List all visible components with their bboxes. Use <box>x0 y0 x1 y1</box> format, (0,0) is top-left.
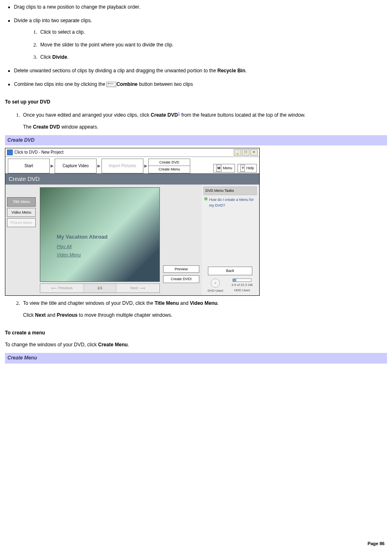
dvd-disc-icon <box>211 279 220 288</box>
setup-step-2-after-c: and <box>46 312 57 318</box>
close-button[interactable]: × <box>250 149 258 156</box>
tasks-heading: DVD Menu Tasks <box>203 187 257 195</box>
help-tag-icon: ? <box>240 165 245 171</box>
minimize-button[interactable]: _ <box>234 149 241 156</box>
setup-step-2a: To view the title and chapter windows of… <box>23 300 154 306</box>
pager-next[interactable]: Next⟶ <box>116 284 159 292</box>
setup-step-2-after-b: Next <box>35 312 46 318</box>
divide-step-3a: Click <box>40 54 52 60</box>
setup-step-1-after-c: window appears. <box>60 124 98 130</box>
setup-step-1-after-b: Create DVD <box>33 124 60 130</box>
setup-step-1c: from the feature buttons located at the … <box>180 112 306 118</box>
step-capture-video[interactable]: Capture Video <box>55 159 97 173</box>
create-menu-lead-c: . <box>128 342 129 348</box>
page-number: Page 86 <box>5 540 387 548</box>
divide-step-3c: . <box>67 54 68 60</box>
heading-setup-dvd: To set up your DVD <box>5 98 387 106</box>
dvd-used-label: DVD Used <box>208 288 223 294</box>
setup-step-2-after-d: Previous <box>57 312 78 318</box>
step-create-dvd[interactable]: Create DVD <box>148 159 190 166</box>
overlay-title: My Vacation Abroad <box>57 233 108 242</box>
bullet-divide: Divide a clip into two separate clips. C… <box>14 17 387 61</box>
tab-title-menu[interactable]: Title Menu <box>7 197 36 206</box>
step-start[interactable]: Start <box>8 159 50 173</box>
screenshot-create-dvd: Click to DVD - New Project _ □ × Start ▶… <box>5 148 260 296</box>
divide-step-2: Move the slider to the point where you w… <box>39 41 387 49</box>
app-icon <box>7 150 13 155</box>
setup-step-1b: Create DVD <box>151 112 178 118</box>
tab-video-menu[interactable]: Video Menu <box>7 208 36 217</box>
chevron-right-icon: ▶ <box>143 159 148 173</box>
pager-previous-label: Previous <box>58 285 73 291</box>
caption-create-dvd: Create DVD <box>5 135 387 145</box>
back-button[interactable]: Back <box>208 267 252 275</box>
tab-picture-menu: Picture Menu <box>7 218 36 227</box>
create-menu-lead-b: Create Menu <box>98 342 128 348</box>
combine-icon <box>106 82 116 87</box>
help-button[interactable]: ? Help <box>238 164 257 172</box>
hdd-bar-icon <box>233 279 251 282</box>
hdd-used-label: HDD Used <box>231 288 253 293</box>
caption-create-menu: Create Menu <box>5 353 387 363</box>
bullet-delete: Delete unwanted sections of clips by div… <box>14 67 387 75</box>
bullet-divide-lead: Divide a clip into two separate clips. <box>14 18 92 23</box>
bullet-combine-c: button between two clips <box>138 81 193 87</box>
setup-step-2e: . <box>217 300 219 306</box>
setup-step-1-after-a: The <box>23 124 33 130</box>
divide-step-1: Click to select a clip. <box>39 28 387 36</box>
overlay-play-all[interactable]: Play All <box>57 243 71 251</box>
chevron-right-icon: ▶ <box>97 159 101 173</box>
create-menu-lead: To change the windows of your DVD, click… <box>5 341 387 349</box>
pager-next-label: Next <box>131 285 138 291</box>
preview-button[interactable]: Preview <box>163 265 199 273</box>
bullet-combine-a: Combine two clips into one by clicking t… <box>14 81 106 87</box>
hdd-amount: 3.5 of 22.3 GB <box>231 283 253 288</box>
setup-step-2-after-e: to move through multiple chapter windows… <box>78 312 173 318</box>
bullet-combine: Combine two clips into one by clicking t… <box>14 81 387 88</box>
create-dvd-button[interactable]: Create DVD! <box>163 275 199 283</box>
pager-count: 1/1 <box>84 284 116 292</box>
heading-create-menu: To create a menu <box>5 329 387 337</box>
step-import-pictures: Import Pictures <box>101 159 143 173</box>
dvd-menu-preview: My Vacation Abroad Play All Video Menu <box>40 187 160 282</box>
bullet-drag: Drag clips to a new position to change t… <box>14 3 387 11</box>
step-create-menu[interactable]: Create Menu <box>148 166 190 173</box>
setup-step-2c: and <box>179 300 190 306</box>
setup-step-2: To view the title and chapter windows of… <box>21 299 387 319</box>
divide-step-3: Click Divide. <box>39 53 387 61</box>
overlay-video-menu[interactable]: Video Menu <box>57 251 81 259</box>
chevron-right-icon: ▶ <box>50 159 55 173</box>
bullet-delete-b: Recycle Bin <box>217 68 245 74</box>
menu-tag-icon: M <box>216 165 222 171</box>
task-link-how-create-menu[interactable]: How do I create a Menu for my DVD? <box>203 195 257 210</box>
bullet-combine-b: Combine <box>116 81 137 87</box>
setup-step-2-after-a: Click <box>23 312 35 318</box>
bullet-delete-c: . <box>245 68 247 74</box>
maximize-button[interactable]: □ <box>242 149 249 156</box>
pager-previous[interactable]: ⟵Previous <box>40 284 84 292</box>
menu-button-label: Menu <box>223 165 232 171</box>
create-menu-lead-a: To change the windows of your DVD, click <box>5 342 98 348</box>
divide-step-3b: Divide <box>52 54 67 60</box>
window-title: Click to DVD - New Project <box>14 149 63 156</box>
section-title: Create DVD <box>5 173 259 185</box>
bullet-delete-a: Delete unwanted sections of clips by div… <box>14 68 217 74</box>
menu-button[interactable]: M Menu <box>213 164 235 172</box>
setup-step-1: Once you have edited and arranged your v… <box>21 111 387 131</box>
setup-step-2d: Video Menu <box>190 300 217 306</box>
setup-step-2b: Title Menu <box>154 300 179 306</box>
help-button-label: Help <box>246 165 254 171</box>
setup-step-1a: Once you have edited and arranged your v… <box>23 112 151 118</box>
